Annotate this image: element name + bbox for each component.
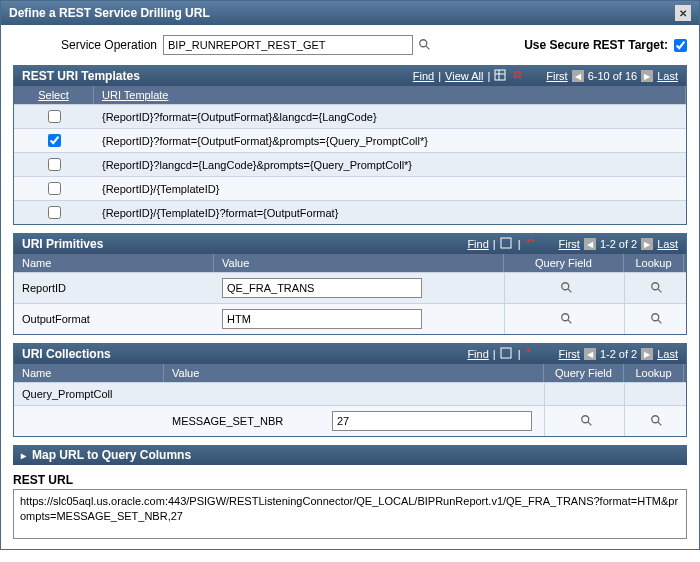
svg-rect-7	[501, 238, 511, 248]
secure-target-checkbox[interactable]	[674, 39, 687, 52]
zoom-icon[interactable]	[500, 237, 514, 251]
svg-rect-18	[501, 348, 511, 358]
query-field-lookup-icon[interactable]	[559, 311, 575, 327]
templates-col-select[interactable]: Select	[38, 89, 69, 101]
collections-col-qf: Query Field	[544, 364, 624, 382]
template-row-checkbox[interactable]	[48, 206, 61, 219]
service-operation-input[interactable]	[163, 35, 413, 55]
collections-range: 1-2 of 2	[600, 348, 637, 360]
zoom-icon[interactable]	[494, 69, 508, 83]
service-operation-label: Service Operation	[13, 38, 163, 52]
primitive-name: OutputFormat	[14, 304, 214, 334]
templates-first-link[interactable]: First	[546, 70, 567, 82]
primitives-range: 1-2 of 2	[600, 238, 637, 250]
svg-line-15	[567, 320, 571, 324]
lookup-icon[interactable]	[649, 311, 665, 327]
template-row-uri: {ReportID}?format={OutputFormat}&prompts…	[94, 129, 686, 152]
template-row-checkbox[interactable]	[48, 182, 61, 195]
collections-first-link[interactable]: First	[559, 348, 580, 360]
templates-range: 6-10 of 16	[588, 70, 638, 82]
grid-icon[interactable]	[525, 237, 539, 251]
collections-find-link[interactable]: Find	[467, 348, 488, 360]
service-operation-lookup-icon[interactable]	[417, 37, 433, 53]
collections-last-link[interactable]: Last	[657, 348, 678, 360]
rest-url-value[interactable]: https://slc05aql.us.oracle.com:443/PSIGW…	[13, 489, 687, 539]
svg-point-14	[561, 314, 568, 321]
templates-find-link[interactable]: Find	[413, 70, 434, 82]
templates-last-link[interactable]: Last	[657, 70, 678, 82]
primitive-value-input[interactable]	[222, 278, 422, 298]
template-row-checkbox[interactable]	[48, 134, 61, 147]
collections-next-icon[interactable]: ▶	[641, 348, 653, 360]
primitive-value-input[interactable]	[222, 309, 422, 329]
grid-icon[interactable]	[512, 69, 526, 83]
primitive-name: ReportID	[14, 273, 214, 303]
collections-prev-icon[interactable]: ◀	[584, 348, 596, 360]
templates-title: REST URI Templates	[22, 69, 140, 83]
query-field-lookup-icon[interactable]	[579, 413, 595, 429]
primitives-last-link[interactable]: Last	[657, 238, 678, 250]
query-field-lookup-icon[interactable]	[559, 280, 575, 296]
collections-col-lookup: Lookup	[624, 364, 684, 382]
primitives-col-qf: Query Field	[504, 254, 624, 272]
collections-title: URI Collections	[22, 347, 111, 361]
template-row-uri: {ReportID}?langcd={LangCode}&prompts={Qu…	[94, 153, 686, 176]
template-row-uri: {ReportID}?format={OutputFormat}&langcd=…	[94, 105, 686, 128]
svg-point-20	[581, 416, 588, 423]
map-url-label: Map URL to Query Columns	[32, 448, 191, 462]
secure-target-label: Use Secure REST Target:	[524, 38, 668, 52]
collections-col-name: Name	[14, 364, 164, 382]
template-row-checkbox[interactable]	[48, 110, 61, 123]
map-url-expand[interactable]: Map URL to Query Columns	[13, 445, 687, 465]
primitives-next-icon[interactable]: ▶	[641, 238, 653, 250]
collection-value-input[interactable]	[332, 411, 532, 431]
primitives-first-link[interactable]: First	[559, 238, 580, 250]
primitives-title: URI Primitives	[22, 237, 103, 251]
svg-rect-3	[514, 71, 517, 74]
template-row-uri: {ReportID}/{TemplateID}	[94, 177, 686, 200]
template-row-uri: {ReportID}/{TemplateID}?format={OutputFo…	[94, 201, 686, 224]
svg-point-22	[651, 416, 658, 423]
svg-rect-6	[518, 75, 521, 78]
collection-name: Query_PromptColl	[14, 383, 164, 405]
lookup-icon[interactable]	[649, 413, 665, 429]
svg-rect-2	[495, 70, 505, 80]
svg-line-11	[567, 289, 571, 293]
lookup-icon[interactable]	[649, 280, 665, 296]
svg-line-23	[657, 422, 661, 426]
collection-msg	[164, 383, 324, 405]
dialog-title: Define a REST Service Drilling URL	[9, 6, 210, 20]
collection-msg: MESSAGE_SET_NBR	[164, 406, 324, 436]
svg-point-10	[561, 283, 568, 290]
svg-rect-9	[531, 239, 534, 242]
templates-viewall-link[interactable]: View All	[445, 70, 483, 82]
primitives-find-link[interactable]: Find	[467, 238, 488, 250]
template-row-checkbox[interactable]	[48, 158, 61, 171]
primitives-col-value: Value	[214, 254, 504, 272]
svg-line-21	[587, 422, 591, 426]
collections-col-value: Value	[164, 364, 544, 382]
svg-point-0	[420, 40, 427, 47]
svg-line-17	[657, 320, 661, 324]
primitives-col-name: Name	[14, 254, 214, 272]
svg-line-1	[426, 46, 430, 50]
templates-next-icon[interactable]: ▶	[641, 70, 653, 82]
rest-url-label: REST URL	[13, 473, 687, 487]
svg-line-13	[657, 289, 661, 293]
svg-rect-8	[527, 239, 530, 242]
templates-prev-icon[interactable]: ◀	[572, 70, 584, 82]
primitives-prev-icon[interactable]: ◀	[584, 238, 596, 250]
primitives-col-lookup: Lookup	[624, 254, 684, 272]
close-icon[interactable]: ✕	[675, 5, 691, 21]
svg-rect-5	[514, 75, 517, 78]
svg-point-16	[651, 314, 658, 321]
svg-rect-19	[527, 349, 530, 352]
templates-col-uri[interactable]: URI Template	[102, 89, 168, 101]
grid-icon[interactable]	[525, 347, 539, 361]
collection-name	[14, 406, 164, 436]
zoom-icon[interactable]	[500, 347, 514, 361]
svg-point-12	[651, 283, 658, 290]
svg-rect-4	[518, 71, 521, 74]
dialog-titlebar: Define a REST Service Drilling URL ✕	[1, 1, 699, 25]
